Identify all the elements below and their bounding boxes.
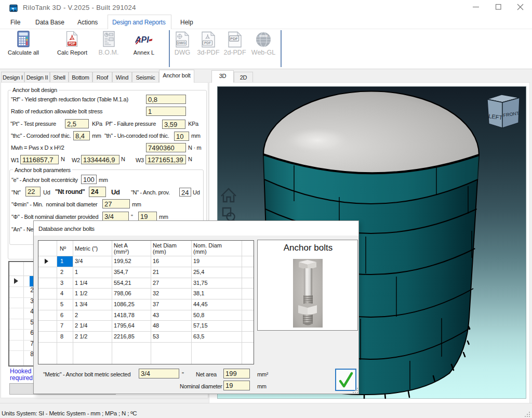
svg-text:PDF: PDF bbox=[230, 36, 238, 41]
svg-text:www: www bbox=[259, 34, 268, 37]
svg-text:PDF: PDF bbox=[204, 41, 211, 45]
svg-text:PDF: PDF bbox=[69, 42, 75, 45]
svg-text:DWG: DWG bbox=[178, 41, 186, 45]
